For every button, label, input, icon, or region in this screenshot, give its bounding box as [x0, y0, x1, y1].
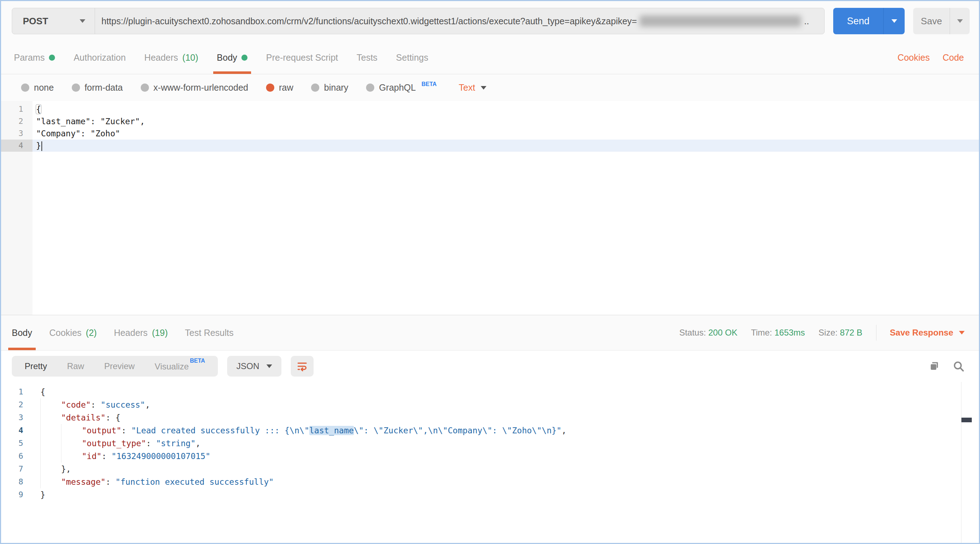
save-label: Save: [921, 16, 942, 27]
wrap-text-button[interactable]: [291, 356, 313, 377]
code-line[interactable]: 6"id": "163249000000107015": [1, 450, 979, 463]
code-token: "string": [156, 439, 196, 448]
url-input[interactable]: https://plugin-acuityschext0.zohosandbox…: [95, 8, 824, 34]
code-token: ,: [562, 426, 566, 435]
body-mode-graphql[interactable]: GraphQLBETA: [366, 82, 436, 93]
copy-button[interactable]: [928, 360, 940, 372]
method-select[interactable]: POST: [12, 8, 95, 34]
code-token: {: [40, 387, 45, 397]
save-response-button[interactable]: Save Response: [890, 328, 965, 338]
tab-headers[interactable]: Headers(10): [144, 41, 198, 74]
response-view-tabs: PrettyRawPreviewVisualizeBETA: [12, 356, 218, 377]
chevron-down-icon: [80, 19, 85, 23]
indent-guide: [40, 437, 61, 450]
code-line[interactable]: 1{: [1, 103, 979, 115]
divider: [876, 325, 877, 341]
save-options-button[interactable]: [950, 8, 970, 34]
save-response-label: Save Response: [890, 328, 953, 338]
view-tab-label: Preview: [104, 361, 135, 371]
tab-body[interactable]: Body: [217, 41, 248, 74]
code-token: : {: [106, 413, 121, 422]
radio-selected-icon: [266, 84, 274, 92]
send-button-group: Send: [833, 8, 905, 34]
tab-label: Body: [12, 328, 32, 338]
request-tabs-list: ParamsAuthorizationHeaders(10)BodyPre-re…: [14, 41, 428, 74]
send-button[interactable]: Send: [833, 8, 883, 34]
status-label: Status:: [679, 328, 706, 337]
raw-type-select[interactable]: Text: [459, 82, 487, 93]
send-options-button[interactable]: [883, 8, 905, 34]
view-tab-raw[interactable]: Raw: [57, 361, 94, 371]
body-mode-none[interactable]: none: [21, 82, 54, 93]
format-label: JSON: [236, 361, 259, 371]
request-body-editor[interactable]: 1{2"last_name": "Zucker",3"Company": "Zo…: [1, 101, 979, 315]
chevron-down-icon: [891, 19, 897, 23]
editor-scroll-rail[interactable]: [961, 382, 979, 543]
request-url-bar: POST https://plugin-acuityschext0.zohosa…: [1, 1, 979, 41]
tab-authorization[interactable]: Authorization: [73, 41, 126, 74]
body-mode-bar: noneform-datax-www-form-urlencodedrawbin…: [1, 74, 979, 101]
radio-icon: [366, 84, 374, 92]
tab-settings[interactable]: Settings: [396, 41, 428, 74]
view-tab-preview[interactable]: Preview: [94, 361, 145, 371]
tab-pre-request-script[interactable]: Pre-request Script: [266, 41, 338, 74]
beta-badge: BETA: [190, 358, 205, 364]
time-label: Time:: [751, 328, 772, 337]
body-mode-binary[interactable]: binary: [311, 82, 348, 93]
line-number: 3: [1, 411, 35, 424]
response-tab-headers[interactable]: Headers(19): [114, 315, 168, 350]
code-token: last_name: [309, 426, 354, 435]
copy-icon: [928, 360, 940, 372]
code-line[interactable]: 4"output": "Lead created successfully ::…: [1, 424, 979, 437]
code-token: \": \"Zucker\",\n\"Company\": \"Zoho\"\n…: [354, 426, 562, 435]
save-button[interactable]: Save: [913, 8, 950, 34]
code-line[interactable]: 3"Company": "Zoho": [1, 127, 979, 140]
code-token: {: [36, 105, 41, 114]
code-text: "Company": "Zoho": [32, 127, 979, 140]
code-line[interactable]: 2"last_name": "Zucker",: [1, 115, 979, 127]
code-line[interactable]: 2"code": "success",: [1, 398, 979, 411]
body-mode-raw[interactable]: raw: [266, 82, 293, 93]
tab-params[interactable]: Params: [14, 41, 55, 74]
cookies-link[interactable]: Cookies: [897, 52, 930, 63]
code-link[interactable]: Code: [942, 52, 964, 63]
code-text: {: [32, 103, 979, 115]
format-select[interactable]: JSON: [227, 356, 282, 377]
code-token: "details": [61, 413, 106, 422]
code-token: :: [102, 452, 111, 461]
search-button[interactable]: [953, 360, 965, 372]
mode-label: none: [34, 82, 54, 93]
response-tab-test-results[interactable]: Test Results: [185, 315, 234, 350]
mode-label: raw: [279, 82, 293, 93]
view-tab-visualize[interactable]: VisualizeBETA: [145, 361, 215, 371]
response-tab-body[interactable]: Body: [12, 315, 32, 350]
request-tabs: ParamsAuthorizationHeaders(10)BodyPre-re…: [1, 41, 979, 74]
response-tab-cookies[interactable]: Cookies(2): [49, 315, 97, 350]
code-token: :: [91, 400, 101, 409]
code-line[interactable]: 8"message": "function executed successfu…: [1, 476, 979, 488]
code-line[interactable]: 4}: [1, 140, 979, 152]
line-number: 8: [1, 476, 35, 488]
body-mode-list: noneform-datax-www-form-urlencodedrawbin…: [21, 82, 437, 93]
code-line[interactable]: 5"output_type": "string",: [1, 437, 979, 450]
tab-tests[interactable]: Tests: [357, 41, 377, 74]
body-mode-x-www-form-urlencoded[interactable]: x-www-form-urlencoded: [141, 82, 248, 93]
code-line[interactable]: 7},: [1, 463, 979, 476]
code-line[interactable]: 9}: [1, 488, 979, 501]
response-header: BodyCookies(2)Headers(19)Test Results St…: [1, 315, 979, 351]
tab-label: Headers: [144, 52, 178, 63]
code-text: "id": "163249000000107015": [35, 450, 979, 463]
view-tab-pretty[interactable]: Pretty: [14, 361, 57, 371]
size-label: Size:: [819, 328, 837, 337]
code-line[interactable]: 3"details": {: [1, 411, 979, 424]
response-tabs-list: BodyCookies(2)Headers(19)Test Results: [12, 315, 234, 350]
chevron-down-icon: [957, 19, 963, 23]
response-body-editor[interactable]: 1{2"code": "success",3"details": {4"outp…: [1, 382, 979, 543]
mode-label: binary: [324, 82, 348, 93]
tab-count-badge: (2): [86, 328, 97, 338]
code-text: "details": {: [35, 411, 979, 424]
code-line[interactable]: 1{: [1, 385, 979, 398]
indent-guide: [40, 424, 61, 437]
code-token: "Company": "Zoho": [36, 129, 120, 138]
body-mode-form-data[interactable]: form-data: [72, 82, 123, 93]
